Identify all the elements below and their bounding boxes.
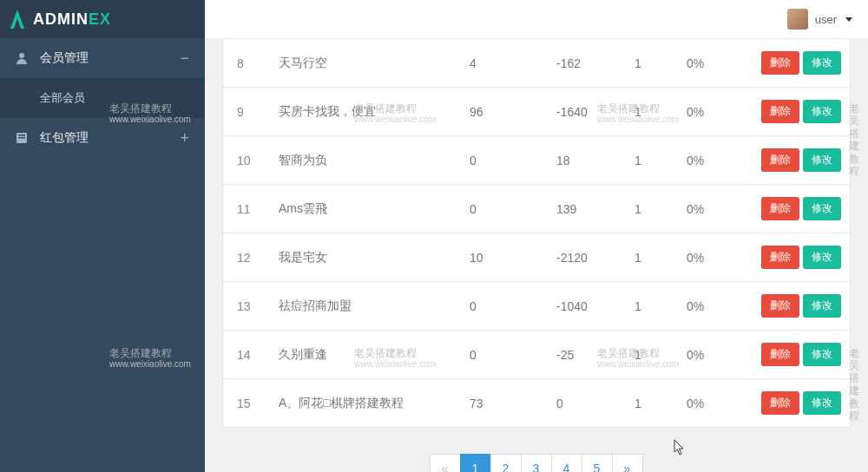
row-col4: -162 [546, 39, 624, 88]
row-col4: 18 [546, 136, 624, 185]
row-actions: 删除修改 [732, 233, 850, 282]
row-actions: 删除修改 [732, 331, 850, 379]
edit-button[interactable]: 修改 [803, 246, 841, 269]
page-number[interactable]: 3 [521, 454, 552, 472]
page-number[interactable]: 1 [460, 454, 491, 472]
logo-text: ADMINEX [33, 10, 111, 29]
row-col3: 4 [459, 39, 546, 88]
page-number[interactable]: 2 [490, 454, 522, 472]
page-next[interactable]: » [612, 454, 643, 472]
table-row: 13祛痘招商加盟0-104010%删除修改 [223, 282, 850, 331]
collapse-icon: − [180, 50, 189, 66]
delete-button[interactable]: 删除 [761, 294, 799, 318]
row-col3: 0 [459, 136, 546, 185]
row-col6: 0% [676, 136, 732, 185]
row-col3: 96 [459, 88, 546, 136]
row-index: 11 [223, 185, 268, 233]
page-number[interactable]: 5 [582, 454, 613, 472]
table-row: 11Ams雲飛013910%删除修改 [223, 185, 850, 233]
row-col5: 1 [624, 88, 676, 136]
row-col3: 73 [459, 379, 546, 428]
delete-button[interactable]: 删除 [761, 197, 799, 220]
row-col6: 0% [676, 379, 732, 428]
sidebar-item-members[interactable]: 会员管理 − [0, 38, 205, 78]
svg-point-0 [19, 53, 24, 58]
app-header: ADMINEX user [0, 0, 868, 38]
row-col4: 0 [546, 379, 624, 428]
sidebar-item-label: 会员管理 [40, 50, 89, 66]
row-index: 13 [223, 282, 268, 331]
expand-icon: + [180, 130, 189, 146]
row-name: 天马行空 [268, 39, 459, 88]
delete-button[interactable]: 删除 [761, 246, 799, 269]
avatar [787, 9, 808, 30]
row-actions: 删除修改 [732, 136, 850, 185]
table-row: 12我是宅女10-212010%删除修改 [223, 233, 850, 282]
edit-button[interactable]: 修改 [803, 294, 841, 318]
row-index: 15 [223, 379, 268, 428]
page-number[interactable]: 4 [551, 454, 582, 472]
row-col5: 1 [624, 282, 676, 331]
edit-button[interactable]: 修改 [803, 391, 841, 415]
main-content: 8天马行空4-16210%删除修改9买房卡找我，便宜96-164010%删除修改… [205, 38, 868, 472]
svg-rect-2 [18, 134, 25, 136]
row-col6: 0% [676, 331, 732, 379]
user-icon [16, 52, 28, 64]
delete-button[interactable]: 删除 [761, 51, 799, 75]
delete-button[interactable]: 删除 [761, 148, 799, 172]
row-name: A、阿花□棋牌搭建教程 [268, 379, 459, 428]
row-name: 智商为负 [268, 136, 459, 185]
row-actions: 删除修改 [732, 379, 850, 428]
row-name: 祛痘招商加盟 [268, 282, 459, 331]
row-col4: 139 [546, 185, 624, 233]
sidebar-subitem-all-members[interactable]: 全部会员 [0, 78, 205, 118]
row-col3: 0 [459, 185, 546, 233]
sidebar-item-label: 红包管理 [40, 130, 89, 146]
page-prev[interactable]: « [430, 454, 461, 472]
row-index: 9 [223, 88, 268, 136]
row-name: 久别重逢 [268, 331, 459, 379]
header-user-menu[interactable]: user [787, 9, 852, 30]
row-col5: 1 [624, 39, 676, 88]
user-label: user [815, 13, 837, 26]
row-col4: -1640 [546, 88, 624, 136]
row-col5: 1 [624, 136, 676, 185]
row-name: 我是宅女 [268, 233, 459, 282]
row-col6: 0% [676, 88, 732, 136]
row-col5: 1 [624, 331, 676, 379]
edit-button[interactable]: 修改 [803, 197, 841, 220]
edit-button[interactable]: 修改 [803, 343, 841, 366]
row-actions: 删除修改 [732, 88, 850, 136]
edit-button[interactable]: 修改 [803, 100, 841, 123]
logo[interactable]: ADMINEX [0, 0, 205, 38]
row-col5: 1 [624, 379, 676, 428]
sidebar-item-redpacket[interactable]: 红包管理 + [0, 118, 205, 158]
row-col6: 0% [676, 233, 732, 282]
edit-button[interactable]: 修改 [803, 51, 841, 75]
logo-icon [9, 8, 26, 30]
row-col4: -2120 [546, 233, 624, 282]
sidebar: 会员管理 − 全部会员 红包管理 + [0, 38, 205, 472]
table-row: 9买房卡找我，便宜96-164010%删除修改 [223, 88, 850, 136]
row-col6: 0% [676, 39, 732, 88]
row-actions: 删除修改 [732, 185, 850, 233]
row-col3: 0 [459, 331, 546, 379]
row-col6: 0% [676, 282, 732, 331]
delete-button[interactable]: 删除 [761, 100, 799, 123]
row-index: 8 [223, 39, 268, 88]
row-name: Ams雲飛 [268, 185, 459, 233]
book-icon [16, 132, 28, 144]
caret-down-icon [845, 17, 852, 22]
delete-button[interactable]: 删除 [761, 391, 799, 415]
table-row: 14久别重逢0-2510%删除修改 [223, 331, 850, 379]
row-actions: 删除修改 [732, 282, 850, 331]
svg-rect-3 [18, 137, 25, 139]
row-actions: 删除修改 [732, 39, 850, 88]
data-table-card: 8天马行空4-16210%删除修改9买房卡找我，便宜96-164010%删除修改… [222, 38, 851, 428]
delete-button[interactable]: 删除 [761, 343, 799, 366]
row-col4: -1040 [546, 282, 624, 331]
edit-button[interactable]: 修改 [803, 148, 841, 172]
pagination: « 12345 » [205, 454, 868, 472]
row-index: 12 [223, 233, 268, 282]
row-col3: 0 [459, 282, 546, 331]
